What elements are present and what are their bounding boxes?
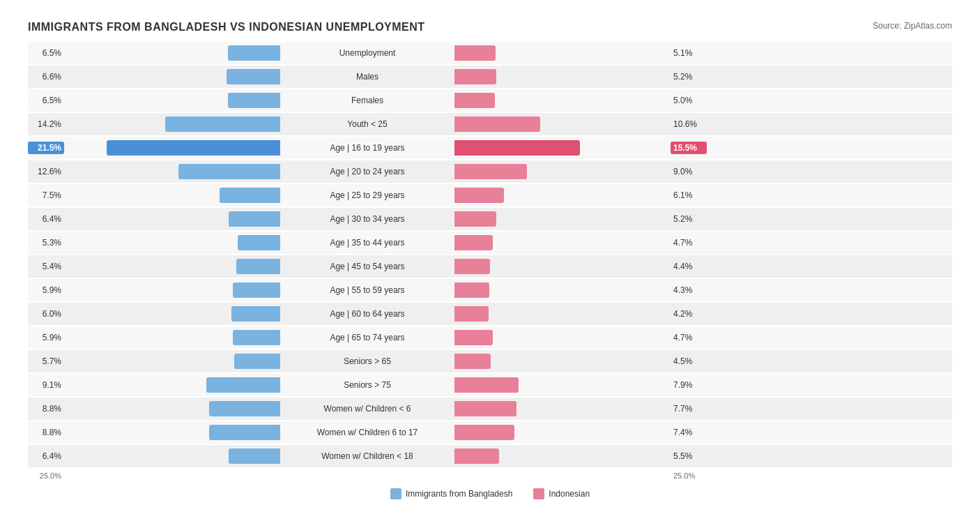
chart-header: IMMIGRANTS FROM BANGLADESH VS INDONESIAN… (28, 21, 952, 33)
legend-label-right: Indonesian (549, 489, 590, 499)
right-bar-area (454, 93, 671, 108)
chart-row: 5.4% Age | 45 to 54 years 4.4% (28, 255, 952, 278)
right-bar-area (454, 211, 671, 227)
right-bar-area (454, 330, 671, 345)
left-value: 6.5% (28, 96, 64, 105)
left-bar-area (64, 282, 280, 298)
left-bar (233, 330, 280, 345)
row-label: Age | 45 to 54 years (280, 262, 454, 271)
right-bar-area (454, 164, 671, 179)
row-label: Women w/ Children < 6 (280, 404, 454, 414)
right-value: 9.0% (671, 167, 707, 176)
right-bar (454, 330, 493, 345)
right-value: 4.5% (671, 356, 707, 366)
right-bar-area (454, 354, 671, 369)
right-value: 4.4% (671, 262, 707, 271)
right-value: 5.2% (671, 72, 707, 82)
chart-row: 12.6% Age | 20 to 24 years 9.0% (28, 160, 952, 183)
left-value: 5.9% (28, 285, 64, 295)
row-label: Seniors > 65 (280, 356, 454, 366)
left-bar (178, 164, 280, 179)
left-value: 6.6% (28, 72, 64, 82)
left-value: 5.9% (28, 333, 64, 342)
row-label: Women w/ Children 6 to 17 (280, 428, 454, 437)
left-value: 9.1% (28, 380, 64, 390)
left-bar (229, 211, 280, 227)
left-value: 12.6% (28, 167, 64, 176)
right-value: 5.1% (671, 48, 707, 58)
right-value: 7.9% (671, 380, 707, 390)
right-bar (454, 69, 496, 84)
left-bar-area (64, 164, 280, 179)
left-value: 14.2% (28, 119, 64, 129)
right-value: 5.0% (671, 96, 707, 105)
right-value: 4.7% (671, 333, 707, 342)
right-bar-area (454, 188, 671, 203)
chart-row: 7.5% Age | 25 to 29 years 6.1% (28, 184, 952, 206)
right-bar (454, 211, 496, 227)
chart-row: 6.5% Females 5.0% (28, 89, 952, 112)
right-bar-area (454, 235, 671, 250)
row-label: Women w/ Children < 18 (280, 451, 454, 461)
left-bar (229, 448, 280, 464)
row-label: Age | 20 to 24 years (280, 167, 454, 176)
left-value: 8.8% (28, 404, 64, 414)
left-bar-area (64, 401, 280, 416)
right-value: 4.3% (671, 285, 707, 295)
chart-area: 6.5% Unemployment 5.1% 6.6% Males 5.2% 6… (28, 42, 952, 467)
right-bar (454, 45, 496, 61)
row-label: Age | 60 to 64 years (280, 309, 454, 319)
right-value: 7.7% (671, 404, 707, 414)
left-value: 7.5% (28, 190, 64, 200)
chart-row: 21.5% Age | 16 to 19 years 15.5% (28, 137, 952, 159)
left-value: 5.3% (28, 238, 64, 248)
legend-box-pink (533, 488, 544, 499)
left-bar (233, 282, 280, 298)
left-bar (220, 188, 280, 203)
row-label: Age | 16 to 19 years (280, 143, 454, 153)
right-bar-area (454, 259, 671, 274)
left-bar-area (64, 69, 280, 84)
legend-item-left: Immigrants from Bangladesh (390, 488, 512, 499)
left-bar (227, 69, 280, 84)
left-value: 6.4% (28, 214, 64, 224)
chart-row: 6.4% Age | 30 to 34 years 5.2% (28, 208, 952, 230)
legend-box-blue (390, 488, 401, 499)
row-label: Males (280, 72, 454, 82)
left-bar-area (64, 425, 280, 440)
right-bar-area (454, 401, 671, 416)
right-value: 4.2% (671, 309, 707, 319)
row-label: Age | 30 to 34 years (280, 214, 454, 224)
right-value: 7.4% (671, 428, 707, 437)
left-value: 6.5% (28, 48, 64, 58)
left-bar-area (64, 211, 280, 227)
chart-container: IMMIGRANTS FROM BANGLADESH VS INDONESIAN… (14, 14, 966, 513)
chart-source: Source: ZipAtlas.com (873, 21, 952, 31)
left-bar (231, 306, 280, 322)
left-bar-area (64, 93, 280, 108)
right-bar (454, 259, 490, 274)
right-bar-area (454, 425, 671, 440)
right-bar-area (454, 45, 671, 61)
axis-row: 25.0% 25.0% (28, 472, 952, 480)
right-value: 5.5% (671, 451, 707, 461)
right-bar (454, 401, 516, 416)
left-bar (206, 377, 280, 393)
chart-row: 9.1% Seniors > 75 7.9% (28, 374, 952, 396)
right-bar (454, 354, 491, 369)
left-bar-area (64, 448, 280, 464)
left-bar (209, 401, 280, 416)
left-value: 5.4% (28, 262, 64, 271)
right-bar (454, 282, 489, 298)
right-bar-area (454, 448, 671, 464)
row-label: Age | 65 to 74 years (280, 333, 454, 342)
right-bar (454, 188, 504, 203)
chart-row: 5.7% Seniors > 65 4.5% (28, 350, 952, 372)
chart-row: 5.3% Age | 35 to 44 years 4.7% (28, 232, 952, 254)
row-label: Age | 35 to 44 years (280, 238, 454, 248)
right-bar-area (454, 116, 671, 132)
left-value: 6.4% (28, 451, 64, 461)
left-bar (209, 425, 280, 440)
right-bar-area (454, 306, 671, 322)
right-value: 15.5% (671, 142, 707, 154)
